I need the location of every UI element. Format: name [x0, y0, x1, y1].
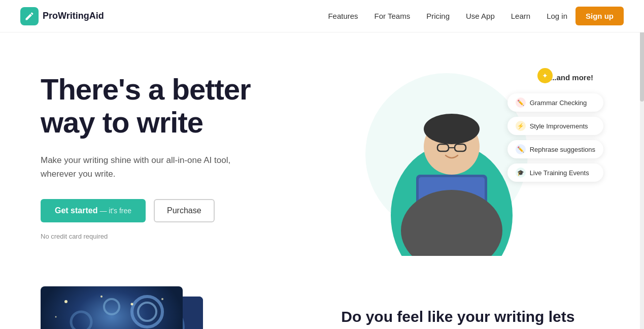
- hero-title-line1: There's a better: [41, 73, 251, 106]
- pill-rephrase: ✏️ Rephrase suggestions: [507, 140, 603, 158]
- brand-logo[interactable]: ProWritingAid: [20, 7, 104, 25]
- svg-point-22: [161, 298, 163, 300]
- pill-rephrase-label: Rephrase suggestions: [530, 146, 595, 153]
- nav-item-use-app[interactable]: Use App: [466, 12, 495, 20]
- section-two-left: My idea in my head: [41, 286, 311, 329]
- section-two: My idea in my head Do you feel like your…: [0, 276, 644, 329]
- hero-left: There's a better way to write Make your …: [41, 63, 350, 240]
- pill-icon-grammar: ✏️: [516, 97, 526, 108]
- signup-button[interactable]: Sign up: [575, 7, 624, 25]
- svg-point-19: [64, 300, 67, 303]
- nav-item-features[interactable]: Features: [328, 12, 358, 20]
- painting-front: My idea in my head: [41, 286, 183, 329]
- nav-actions: Log in Sign up: [547, 7, 624, 25]
- svg-point-5: [424, 114, 480, 144]
- hero-title: There's a better way to write: [41, 73, 350, 139]
- section-two-right: Do you feel like your writing lets you d…: [341, 307, 603, 329]
- hero-person-svg: [376, 73, 528, 256]
- pill-icon-training: 🎓: [516, 168, 526, 178]
- pill-training: 🎓 Live Training Events: [507, 163, 603, 182]
- pill-icon-style: ⚡: [516, 121, 526, 131]
- get-started-button[interactable]: Get started— it's free: [41, 199, 146, 222]
- nav-item-learn[interactable]: Learn: [511, 12, 530, 20]
- pill-style: ⚡ Style Improvements: [507, 117, 603, 135]
- no-credit-card-text: No credit card required: [41, 233, 350, 240]
- svg-point-23: [55, 316, 57, 318]
- nav-menu: Features For Teams Pricing Use App Learn: [328, 12, 530, 21]
- purchase-button[interactable]: Purchase: [154, 199, 215, 222]
- and-more-text: ...and more!: [550, 73, 593, 82]
- nav-item-pricing[interactable]: Pricing: [426, 12, 450, 20]
- gold-star-icon: ✦: [537, 68, 553, 83]
- logo-icon: [20, 7, 39, 25]
- login-button[interactable]: Log in: [547, 12, 567, 20]
- navbar: ProWritingAid Features For Teams Pricing…: [0, 0, 644, 32]
- svg-point-20: [100, 295, 103, 298]
- painting-stack: My idea in my head: [41, 286, 213, 329]
- front-painting-svg: [41, 286, 183, 329]
- hero-illustration: ...and more! ✦ ✏️ Grammar Checking ⚡ Sty…: [350, 63, 603, 256]
- brand-name: ProWritingAid: [43, 11, 104, 21]
- feature-pills: ✏️ Grammar Checking ⚡ Style Improvements…: [507, 93, 603, 182]
- hero-section: There's a better way to write Make your …: [0, 32, 644, 276]
- hero-subtitle: Make your writing shine with our all-in-…: [41, 153, 254, 181]
- svg-point-21: [131, 303, 133, 306]
- hero-cta: Get started— it's free Purchase: [41, 199, 350, 222]
- hero-title-line2: way to write: [41, 106, 203, 139]
- section-two-title: Do you feel like your writing lets you d…: [341, 307, 603, 329]
- hero-right: ...and more! ✦ ✏️ Grammar Checking ⚡ Sty…: [350, 63, 603, 256]
- nav-item-for-teams[interactable]: For Teams: [375, 12, 411, 20]
- pill-grammar-label: Grammar Checking: [530, 99, 587, 107]
- scrollbar[interactable]: [640, 0, 644, 329]
- pill-icon-rephrase: ✏️: [516, 144, 526, 154]
- logo-svg: [24, 11, 35, 21]
- pill-training-label: Live Training Events: [530, 169, 589, 177]
- pill-style-label: Style Improvements: [530, 122, 588, 130]
- pill-grammar: ✏️ Grammar Checking: [507, 93, 603, 112]
- free-label: — it's free: [99, 207, 131, 215]
- get-started-label: Get started: [55, 206, 97, 215]
